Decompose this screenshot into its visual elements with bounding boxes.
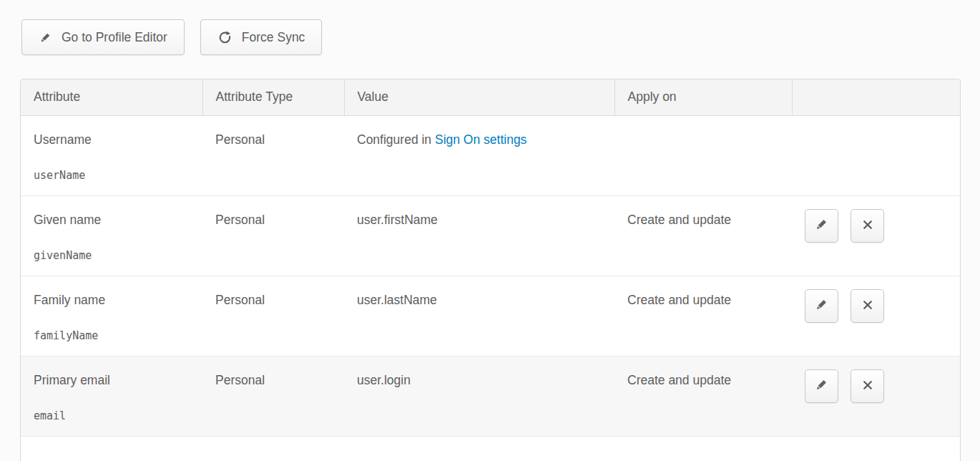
value-cell: user.login (344, 356, 614, 436)
edit-attribute-button[interactable] (805, 369, 838, 403)
table-row: Primary email email Personal user.login … (21, 356, 960, 436)
pencil-icon (814, 377, 829, 394)
apply-on-cell: Create and update (614, 356, 792, 436)
attribute-code: familyName (34, 329, 190, 342)
force-sync-label: Force Sync (242, 30, 305, 45)
value-cell: Configured in Sign On settings (344, 115, 614, 195)
table-row: Username userName Personal Configured in… (21, 115, 960, 195)
table-row-partial (21, 436, 960, 461)
attribute-code: givenName (34, 249, 190, 262)
actions-cell (792, 115, 960, 195)
attribute-type-cell: Personal (202, 276, 344, 356)
header-attribute-type: Attribute Type (202, 79, 344, 115)
header-actions (792, 79, 960, 115)
close-icon (861, 378, 875, 394)
refresh-icon (217, 30, 232, 45)
toolbar: Go to Profile Editor Force Sync (21, 19, 980, 55)
apply-on-cell: Create and update (614, 195, 792, 276)
header-value: Value (344, 79, 614, 115)
go-to-profile-editor-label: Go to Profile Editor (62, 30, 167, 45)
pencil-icon (814, 217, 829, 234)
attribute-code: email (34, 409, 190, 422)
value-cell: user.firstName (344, 195, 614, 276)
edit-attribute-button[interactable] (805, 289, 838, 323)
remove-attribute-button[interactable] (851, 369, 884, 403)
table-row: Family name familyName Personal user.las… (21, 276, 960, 356)
pencil-icon (814, 297, 829, 314)
attribute-label: Family name (34, 293, 190, 308)
attribute-type-cell: Personal (202, 115, 344, 195)
close-icon (861, 218, 875, 234)
edit-attribute-button[interactable] (805, 209, 838, 243)
value-prefix-text: Configured in (357, 132, 435, 147)
remove-attribute-button[interactable] (851, 289, 884, 323)
remove-attribute-button[interactable] (851, 209, 884, 243)
attribute-type-cell: Personal (202, 356, 344, 436)
header-attribute: Attribute (21, 79, 202, 115)
close-icon (861, 298, 875, 314)
actions-cell (792, 195, 960, 276)
go-to-profile-editor-button[interactable]: Go to Profile Editor (21, 19, 185, 55)
attribute-label: Primary email (34, 373, 190, 388)
attribute-label: Given name (34, 213, 190, 228)
header-apply-on: Apply on (614, 79, 792, 115)
attribute-code: userName (34, 169, 190, 182)
attribute-type-cell: Personal (202, 195, 344, 276)
actions-cell (792, 356, 960, 436)
pencil-icon (39, 31, 52, 44)
apply-on-cell (614, 115, 792, 195)
force-sync-button[interactable]: Force Sync (200, 19, 323, 55)
table-header-row: Attribute Attribute Type Value Apply on (21, 79, 960, 115)
attribute-mappings-table: Attribute Attribute Type Value Apply on … (20, 79, 961, 461)
attribute-label: Username (34, 132, 190, 147)
table-row: Given name givenName Personal user.first… (21, 195, 960, 276)
sign-on-settings-link[interactable]: Sign On settings (435, 132, 526, 147)
value-cell: user.lastName (344, 276, 614, 356)
apply-on-cell: Create and update (614, 276, 792, 356)
actions-cell (792, 276, 960, 356)
